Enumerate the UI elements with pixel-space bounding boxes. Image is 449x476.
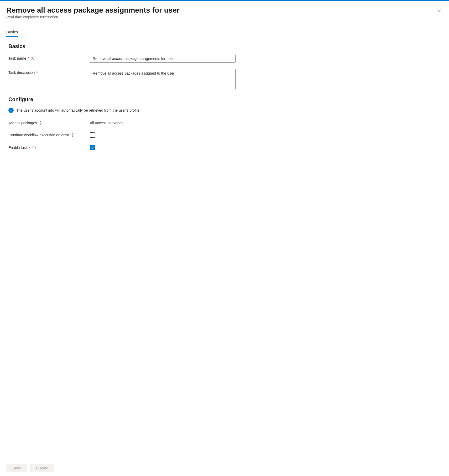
task-name-input[interactable] <box>90 55 236 63</box>
tab-basics[interactable]: Basics <box>6 28 18 37</box>
svg-point-9 <box>40 122 40 122</box>
page-title: Remove all access package assignments fo… <box>6 6 435 14</box>
svg-rect-6 <box>11 110 11 112</box>
required-indicator: * <box>29 146 30 150</box>
info-icon[interactable] <box>39 121 42 125</box>
enable-task-checkbox[interactable] <box>90 145 95 150</box>
required-indicator: * <box>28 56 29 60</box>
task-description-label: Task description * <box>8 69 90 75</box>
enable-task-label: Enable task * <box>8 144 90 150</box>
access-packages-value: All Access packages <box>90 119 123 125</box>
svg-point-15 <box>34 147 34 147</box>
continue-on-error-checkbox[interactable] <box>90 132 95 138</box>
svg-point-5 <box>11 109 12 110</box>
section-basics-heading: Basics <box>8 43 441 49</box>
info-icon[interactable] <box>32 146 36 149</box>
access-packages-label: Access packages <box>8 119 90 125</box>
info-icon[interactable] <box>71 133 74 137</box>
info-banner-icon <box>8 108 14 113</box>
task-description-input[interactable] <box>90 69 236 89</box>
task-name-label: Task name * <box>8 55 90 60</box>
discard-button[interactable]: Discard <box>30 464 54 472</box>
section-configure-heading: Configure <box>8 96 441 102</box>
info-banner-text: The user's account info will automatical… <box>16 108 140 112</box>
info-icon[interactable] <box>31 56 34 60</box>
continue-on-error-label: Continue workflow execution on error <box>8 131 90 137</box>
svg-point-4 <box>33 57 33 58</box>
required-indicator: * <box>36 70 38 75</box>
page-subtitle: Real-time employee termination <box>6 15 435 19</box>
save-button[interactable]: Save <box>6 464 27 472</box>
close-button[interactable] <box>435 7 443 15</box>
close-icon <box>437 9 441 14</box>
svg-point-12 <box>72 134 73 134</box>
